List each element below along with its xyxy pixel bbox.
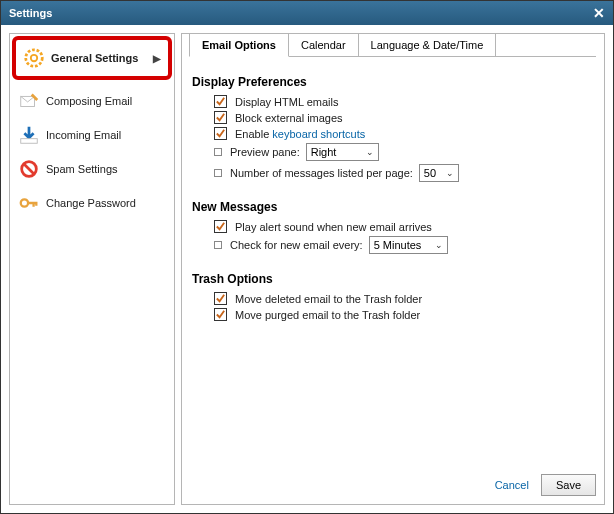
- footer: Cancel Save: [495, 474, 596, 496]
- chevron-right-icon: ▶: [153, 53, 161, 64]
- text: Enable: [235, 128, 272, 140]
- option-label: Display HTML emails: [235, 96, 339, 108]
- content-panel: Email Options Calendar Language & Date/T…: [181, 33, 605, 505]
- tab-email-options[interactable]: Email Options: [189, 33, 289, 57]
- download-icon: [18, 124, 40, 146]
- sidebar-item-spam-settings[interactable]: Spam Settings: [12, 152, 172, 186]
- block-icon: [18, 158, 40, 180]
- select-check-interval[interactable]: 5 Minutes⌄: [369, 236, 449, 254]
- tab-label: Calendar: [301, 39, 346, 51]
- section-title-display-preferences: Display Preferences: [192, 75, 596, 89]
- highlight-box: General Settings ▶: [12, 36, 172, 80]
- option-label: Block external images: [235, 112, 343, 124]
- option-row: Preview pane: Right⌄: [214, 143, 596, 161]
- chevron-down-icon: ⌄: [446, 168, 454, 178]
- sidebar-item-label: Incoming Email: [46, 129, 121, 141]
- select-value: 50: [424, 167, 436, 179]
- select-messages-per-page[interactable]: 50⌄: [419, 164, 459, 182]
- dialog-body: General Settings ▶ Composing Email Incom…: [1, 25, 613, 513]
- option-row: Display HTML emails: [214, 95, 596, 108]
- select-value: 5 Minutes: [374, 239, 422, 251]
- option-row: Check for new email every: 5 Minutes⌄: [214, 236, 596, 254]
- bullet-icon: [214, 169, 222, 177]
- checkbox-block-external[interactable]: [214, 111, 227, 124]
- option-label: Enable keyboard shortcuts: [235, 128, 365, 140]
- bullet-icon: [214, 241, 222, 249]
- titlebar: Settings ✕: [1, 1, 613, 25]
- option-row: Move deleted email to the Trash folder: [214, 292, 596, 305]
- sidebar-item-change-password[interactable]: Change Password: [12, 186, 172, 220]
- sidebar-item-label: Change Password: [46, 197, 136, 209]
- sidebar-item-incoming-email[interactable]: Incoming Email: [12, 118, 172, 152]
- section-title-new-messages: New Messages: [192, 200, 596, 214]
- checkbox-play-alert[interactable]: [214, 220, 227, 233]
- gear-icon: [23, 47, 45, 69]
- svg-point-5: [21, 199, 28, 206]
- save-button[interactable]: Save: [541, 474, 596, 496]
- option-row: Move purged email to the Trash folder: [214, 308, 596, 321]
- option-label: Play alert sound when new email arrives: [235, 221, 432, 233]
- sidebar: General Settings ▶ Composing Email Incom…: [9, 33, 175, 505]
- option-label: Number of messages listed per page:: [230, 167, 413, 179]
- option-label: Move purged email to the Trash folder: [235, 309, 420, 321]
- tab-label: Email Options: [202, 39, 276, 51]
- key-icon: [18, 192, 40, 214]
- option-row: Play alert sound when new email arrives: [214, 220, 596, 233]
- chevron-down-icon: ⌄: [366, 147, 374, 157]
- option-label: Move deleted email to the Trash folder: [235, 293, 422, 305]
- dialog-title: Settings: [9, 7, 52, 19]
- option-row: Number of messages listed per page: 50⌄: [214, 164, 596, 182]
- compose-icon: [18, 90, 40, 112]
- section-title-trash-options: Trash Options: [192, 272, 596, 286]
- select-value: Right: [311, 146, 337, 158]
- option-label: Check for new email every:: [230, 239, 363, 251]
- sidebar-item-label: Spam Settings: [46, 163, 118, 175]
- sidebar-item-label: General Settings: [51, 52, 138, 64]
- settings-dialog: Settings ✕ General Settings ▶ Composing …: [0, 0, 614, 514]
- tab-language-datetime[interactable]: Language & Date/Time: [359, 33, 497, 57]
- chevron-down-icon: ⌄: [435, 240, 443, 250]
- sidebar-item-general-settings[interactable]: General Settings ▶: [17, 41, 167, 75]
- checkbox-move-deleted[interactable]: [214, 292, 227, 305]
- option-label: Preview pane:: [230, 146, 300, 158]
- checkbox-enable-keyboard-shortcuts[interactable]: [214, 127, 227, 140]
- cancel-link[interactable]: Cancel: [495, 479, 529, 491]
- tabs: Email Options Calendar Language & Date/T…: [189, 33, 596, 57]
- close-icon[interactable]: ✕: [593, 5, 605, 21]
- checkbox-move-purged[interactable]: [214, 308, 227, 321]
- select-preview-pane[interactable]: Right⌄: [306, 143, 380, 161]
- svg-point-1: [31, 55, 37, 61]
- option-row: Enable keyboard shortcuts: [214, 127, 596, 140]
- sidebar-item-label: Composing Email: [46, 95, 132, 107]
- tab-label: Language & Date/Time: [371, 39, 484, 51]
- checkbox-display-html[interactable]: [214, 95, 227, 108]
- bullet-icon: [214, 148, 222, 156]
- svg-rect-3: [21, 139, 38, 144]
- keyboard-shortcuts-link[interactable]: keyboard shortcuts: [272, 128, 365, 140]
- sidebar-item-composing-email[interactable]: Composing Email: [12, 84, 172, 118]
- option-row: Block external images: [214, 111, 596, 124]
- tab-calendar[interactable]: Calendar: [289, 33, 359, 57]
